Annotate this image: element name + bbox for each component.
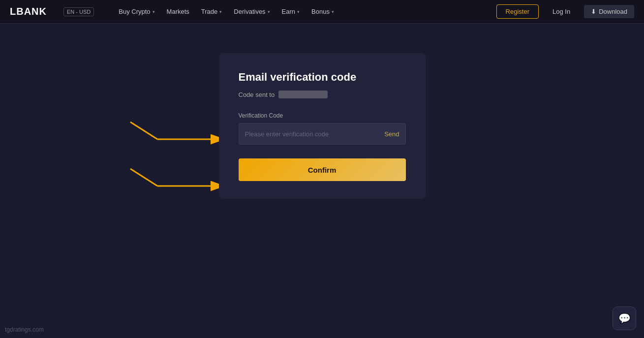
nav-item-trade[interactable]: Trade ▾ [196, 5, 227, 18]
nav-item-buy-crypto[interactable]: Buy Crypto ▾ [114, 5, 159, 18]
chat-button[interactable]: 💬 [613, 307, 636, 330]
nav-item-bonus[interactable]: Bonus ▾ [307, 5, 339, 18]
download-icon: ⬇ [591, 8, 596, 15]
send-button[interactable]: Send [380, 130, 399, 138]
nav-item-derivatives[interactable]: Derivatives ▾ [229, 5, 275, 18]
nav-links: Buy Crypto ▾ Markets Trade ▾ Derivatives… [114, 5, 484, 18]
field-label: Verification Code [239, 112, 406, 119]
watermark: tgdratings.com [5, 326, 44, 333]
nav-item-earn[interactable]: Earn ▾ [277, 5, 305, 18]
nav-right: Register Log In ⬇ Download [496, 4, 634, 19]
verification-input-row: Send [239, 123, 406, 145]
verification-card: Email verification code Code sent to Ver… [219, 53, 426, 199]
main-content: Email verification code Code sent to Ver… [0, 24, 644, 338]
code-sent-row: Code sent to [239, 91, 406, 98]
logo: LBANK [10, 6, 47, 17]
card-title: Email verification code [239, 71, 406, 84]
confirm-button[interactable]: Confirm [239, 158, 406, 181]
chevron-down-icon: ▾ [332, 9, 334, 14]
chevron-down-icon: ▾ [268, 9, 270, 14]
chevron-down-icon: ▾ [153, 9, 155, 14]
nav-item-markets[interactable]: Markets [162, 5, 194, 18]
login-button[interactable]: Log In [544, 5, 579, 18]
lang-badge[interactable]: EN - USD [63, 7, 94, 16]
register-button[interactable]: Register [496, 4, 539, 19]
chevron-down-icon: ▾ [219, 9, 222, 14]
email-blur [278, 91, 328, 98]
navbar: LBANK EN - USD Buy Crypto ▾ Markets Trad… [0, 0, 644, 24]
download-button[interactable]: ⬇ Download [584, 5, 634, 18]
chat-icon: 💬 [618, 312, 631, 324]
chevron-down-icon: ▾ [297, 9, 300, 14]
verification-code-input[interactable] [245, 130, 381, 138]
code-sent-label: Code sent to [239, 91, 275, 98]
